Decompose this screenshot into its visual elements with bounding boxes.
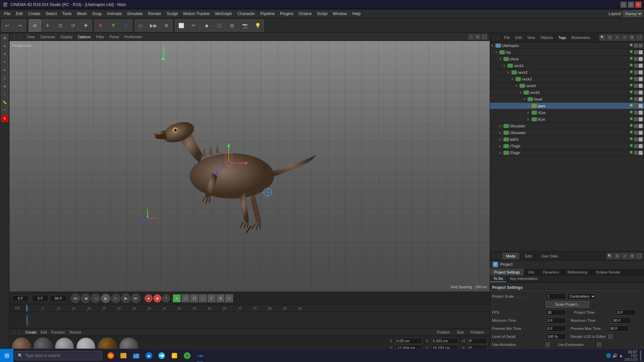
obj-leye[interactable]: ▸ lEye	[490, 116, 644, 123]
menu-render[interactable]: Render	[146, 11, 164, 17]
obj-jaws[interactable]: ▸ jaws	[490, 103, 644, 109]
obj-tag-neck3-2[interactable]	[639, 77, 643, 81]
rot-h-input[interactable]	[468, 338, 488, 344]
attr-tab-userdata[interactable]: User Data	[537, 253, 562, 259]
project-scale-input[interactable]	[546, 293, 566, 299]
taskbar-app-firefox[interactable]	[105, 349, 117, 362]
start-frame-input[interactable]	[32, 295, 49, 302]
menu-select[interactable]: Select	[43, 11, 59, 17]
obj-tail01[interactable]: ▸ tail01	[490, 136, 644, 143]
sculpt-tool[interactable]: ⬡	[213, 19, 225, 32]
lthigh-expand-arrow[interactable]: ▸	[499, 151, 503, 155]
preview-min-input[interactable]	[546, 325, 566, 331]
menu-tools[interactable]: Tools	[59, 11, 74, 17]
viewport-3d[interactable]: Perspective Grid Spacing : 100 cm	[9, 41, 490, 292]
z-axis[interactable]: Z	[120, 19, 132, 32]
obj-tag-neck2-1[interactable]	[634, 70, 638, 74]
attr-tab-dynamics[interactable]: Dynamics	[539, 269, 563, 276]
obj-tag-head-1[interactable]	[634, 97, 638, 101]
grid-tool[interactable]: ⊞	[226, 19, 238, 32]
menu-sculpt[interactable]: Sculpt	[164, 11, 180, 17]
taskbar-app-files[interactable]	[117, 349, 129, 362]
neck4-expand-arrow[interactable]: ▾	[516, 84, 520, 87]
min-time-input[interactable]	[546, 317, 566, 323]
viewport-settings[interactable]: ⚙	[475, 34, 480, 40]
taskbar-app-explorer[interactable]	[130, 349, 142, 362]
render-settings[interactable]: ⚙	[160, 19, 172, 32]
obj-rthigh[interactable]: ▸ rThigh	[490, 143, 644, 149]
camera-tool[interactable]: 📷	[239, 19, 251, 32]
obj-tag-rs-1[interactable]	[634, 131, 638, 135]
3d-view[interactable]: ⬜	[175, 19, 187, 32]
preview-max-input[interactable]	[608, 325, 629, 331]
render-view[interactable]: ▶▶	[148, 19, 160, 32]
fps-input[interactable]	[546, 309, 566, 315]
x-axis[interactable]: X	[95, 19, 107, 32]
key-grid-button[interactable]: ⊞	[216, 294, 224, 302]
show-desktop-button[interactable]	[640, 351, 641, 361]
key-select-button[interactable]: ◇	[181, 294, 190, 302]
menu-snap[interactable]: Snap	[90, 11, 104, 17]
om-menu-file[interactable]: File	[502, 35, 512, 40]
close-button[interactable]: ✕	[635, 2, 641, 8]
prev-frame-button[interactable]: ◀	[81, 294, 90, 303]
neck1-expand-arrow[interactable]: ▾	[503, 64, 507, 67]
tool-select[interactable]: ↖	[1, 58, 8, 66]
tool-spline[interactable]: 〜	[1, 107, 8, 114]
attr-tab-info[interactable]: Info	[524, 269, 539, 276]
tail01-expand-arrow[interactable]: ▸	[499, 138, 503, 141]
y-axis[interactable]: Y	[107, 19, 119, 32]
taskbar-app-browser2[interactable]	[181, 349, 193, 362]
create-tool[interactable]: ✚	[80, 19, 92, 32]
tool-sculpt[interactable]: ⬡	[1, 74, 8, 82]
om-icon2[interactable]: ⊡	[606, 34, 613, 41]
minimize-button[interactable]: ─	[621, 2, 627, 8]
start-button[interactable]: ⊞	[0, 349, 13, 362]
tool-measure[interactable]: 📏	[1, 99, 8, 106]
neck3-expand-arrow[interactable]: ▾	[512, 77, 516, 81]
tool-scale[interactable]: ✛	[1, 42, 8, 50]
tool-paint[interactable]: ✏	[1, 66, 8, 74]
menu-mograph[interactable]: MoGraph	[213, 11, 235, 17]
taskbar-search[interactable]: 🔍 Type here to search	[15, 351, 102, 360]
obj-head[interactable]: ▾ head	[490, 96, 644, 103]
obj-tag-neck4-1[interactable]	[634, 84, 638, 88]
obj-tag-neck2-2[interactable]	[639, 70, 643, 74]
obj-tag-hip-1[interactable]	[634, 50, 638, 54]
obj-neck4[interactable]: ▾ neck4	[490, 82, 644, 89]
om-menu-tags[interactable]: Tags	[556, 35, 568, 40]
obj-tag-neck1-2[interactable]	[639, 64, 643, 68]
obj-tag-neck5-2[interactable]	[639, 90, 643, 95]
obj-neck5[interactable]: ▾ neck5	[490, 89, 644, 96]
taskbar-app-edge[interactable]	[143, 349, 155, 362]
next-frame-button[interactable]: ▶	[121, 294, 130, 303]
attr-tab-octane[interactable]: Octane Render	[592, 269, 625, 276]
record-button[interactable]: ●	[145, 294, 153, 302]
obj-utahraptor[interactable]: ▾ Utahraptor	[490, 42, 644, 49]
render-region[interactable]: ▷	[135, 19, 147, 32]
paint-tool[interactable]: ✏	[188, 19, 200, 32]
obj-tag-chest-2[interactable]	[639, 57, 643, 61]
obj-neck1[interactable]: ▾ neck1	[490, 62, 644, 69]
tool-rotate[interactable]: ↺	[1, 50, 8, 58]
obj-tag-neck4-2[interactable]	[639, 84, 643, 88]
first-frame-button[interactable]: ⏮	[71, 294, 80, 303]
prev-play-button[interactable]: ◁	[91, 294, 100, 303]
key-all-button[interactable]: +	[173, 294, 181, 302]
key-circle-button[interactable]: ○	[199, 294, 207, 302]
undo-button[interactable]: ↩	[1, 19, 13, 32]
om-menu-view[interactable]: View	[525, 35, 537, 40]
attr-subtab-todo[interactable]: To Do	[490, 276, 507, 282]
material-tab-create[interactable]: Create	[25, 330, 37, 334]
om-expand-icon[interactable]: ⤢	[621, 34, 628, 41]
obj-tag-hip-2[interactable]	[639, 50, 643, 54]
viewport-expand[interactable]: ⤢	[468, 34, 474, 40]
scale-tool[interactable]: ⊡	[54, 19, 66, 32]
render-lod-checkbox[interactable]	[608, 335, 612, 339]
obj-tag-reye-1[interactable]	[634, 111, 638, 115]
viewport-tab-view[interactable]: View	[27, 35, 35, 39]
obj-tag-reye-2[interactable]	[639, 111, 643, 115]
om-menu-objects[interactable]: Objects	[538, 35, 555, 40]
hip-expand-arrow[interactable]: ▾	[495, 51, 499, 54]
attr-icon2[interactable]: ⊡	[614, 253, 621, 259]
